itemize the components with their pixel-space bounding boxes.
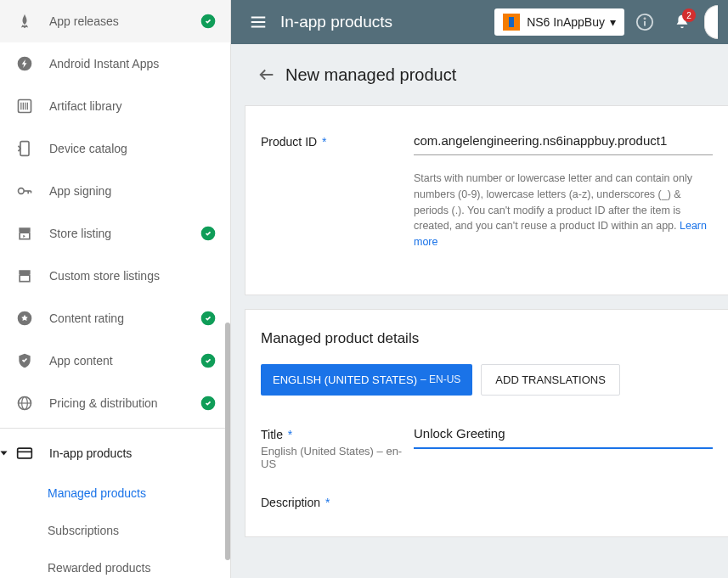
key-icon: [15, 182, 34, 200]
sidebar-item-app-signing[interactable]: App signing: [0, 170, 230, 212]
product-id-input[interactable]: [414, 126, 713, 155]
arrow-left-icon: [257, 65, 276, 84]
svg-rect-7: [20, 142, 29, 156]
required-indicator: *: [325, 496, 330, 509]
nav-label: App releases: [49, 14, 193, 28]
required-indicator: *: [319, 135, 326, 149]
sidebar-item-pricing-distribution[interactable]: Pricing & distribution: [0, 382, 230, 424]
menu-button[interactable]: [241, 5, 275, 39]
sidebar-item-in-app-products[interactable]: In-app products: [0, 432, 230, 474]
svg-rect-22: [18, 448, 32, 458]
avatar[interactable]: [704, 5, 718, 39]
check-icon: [200, 310, 217, 327]
scrollbar[interactable]: [225, 323, 230, 560]
dropdown-icon: ▾: [610, 15, 616, 29]
nav-label: Artifact library: [49, 99, 217, 113]
shield-icon: [15, 351, 34, 370]
nav-label: Content rating: [49, 311, 193, 325]
nav-label: Store listing: [49, 227, 193, 240]
sidebar-item-content-rating[interactable]: Content rating: [0, 297, 230, 340]
back-button[interactable]: [255, 63, 279, 87]
title-sublabel: English (United States) – en-US: [261, 445, 414, 470]
language-chip-sub: – EN-US: [420, 373, 460, 385]
nav-label: App signing: [49, 184, 217, 198]
svg-point-8: [19, 188, 25, 194]
details-card: Managed product details ENGLISH (UNITED …: [245, 309, 728, 537]
check-icon: [200, 13, 217, 30]
subheader: New managed product: [231, 44, 728, 105]
section-title: Managed product details: [261, 330, 713, 347]
product-id-help: Starts with number or lowercase letter a…: [414, 171, 713, 250]
store-icon: [15, 224, 34, 243]
subheader-title: New managed product: [285, 65, 456, 85]
store-icon: [15, 267, 34, 285]
sidebar-item-artifact-library[interactable]: Artifact library: [0, 85, 230, 127]
library-icon: [15, 97, 34, 115]
info-button[interactable]: [628, 5, 662, 39]
sidebar: App releases Android Instant Apps Artifa…: [0, 0, 231, 578]
sidebar-item-app-content[interactable]: App content: [0, 340, 230, 382]
sidebar-subitem-rewarded-products[interactable]: Rewarded products: [0, 549, 230, 578]
svg-point-26: [644, 18, 646, 20]
bolt-circle-icon: [15, 54, 34, 73]
nav-label: Pricing & distribution: [49, 396, 193, 410]
required-indicator: *: [288, 428, 292, 441]
check-icon: [200, 395, 217, 412]
nav-label: Custom store listings: [49, 269, 217, 283]
title-input[interactable]: [414, 419, 713, 449]
nav-label: App content: [49, 354, 193, 368]
sidebar-item-instant-apps[interactable]: Android Instant Apps: [0, 42, 230, 85]
app-icon: [503, 14, 520, 31]
description-label: Description: [261, 496, 320, 509]
content: Product ID * Starts with number or lower…: [231, 105, 728, 578]
sidebar-subitem-subscriptions[interactable]: Subscriptions: [0, 512, 230, 549]
sidebar-item-app-releases[interactable]: App releases: [0, 0, 230, 42]
sidebar-item-custom-store-listings[interactable]: Custom store listings: [0, 255, 230, 297]
nav-label: In-app products: [49, 446, 217, 460]
svg-rect-2: [19, 100, 31, 113]
divider: [0, 428, 230, 429]
sidebar-item-store-listing[interactable]: Store listing: [0, 212, 230, 255]
product-id-label: Product ID: [261, 135, 317, 149]
check-icon: [200, 352, 217, 369]
title-label: Title: [261, 428, 283, 441]
topbar: In-app products NS6 InAppBuy ▾ 2: [231, 0, 728, 44]
notifications-button[interactable]: 2: [665, 5, 699, 39]
check-icon: [200, 225, 217, 242]
app-selector[interactable]: NS6 InAppBuy ▾: [494, 8, 624, 36]
nav-label: Device catalog: [49, 142, 217, 155]
rating-icon: [15, 309, 34, 328]
add-translations-button[interactable]: ADD TRANSLATIONS: [481, 364, 620, 396]
page-title: In-app products: [280, 13, 494, 31]
notification-badge: 2: [682, 8, 696, 22]
app-name: NS6 InAppBuy: [527, 15, 605, 29]
menu-icon: [249, 13, 268, 31]
rocket-icon: [15, 12, 34, 31]
sidebar-item-device-catalog[interactable]: Device catalog: [0, 127, 230, 170]
nav-label: Android Instant Apps: [49, 57, 217, 70]
globe-icon: [15, 394, 34, 412]
language-chip-main: ENGLISH (UNITED STATES): [273, 373, 417, 386]
product-id-card: Product ID * Starts with number or lower…: [245, 105, 728, 295]
device-icon: [15, 139, 34, 158]
sidebar-subitem-managed-products[interactable]: Managed products: [0, 474, 230, 512]
card-icon: [15, 444, 34, 463]
info-icon: [635, 13, 654, 31]
svg-rect-14: [20, 275, 30, 282]
main: In-app products NS6 InAppBuy ▾ 2 New man…: [231, 0, 728, 578]
language-chip[interactable]: ENGLISH (UNITED STATES) – EN-US: [261, 364, 472, 396]
